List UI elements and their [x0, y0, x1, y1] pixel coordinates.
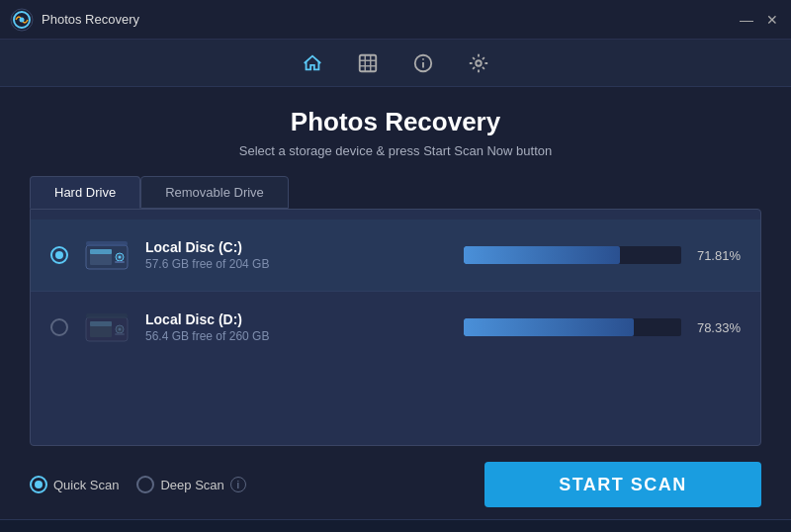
title-bar: Photos Recovery — ✕: [0, 0, 791, 40]
radio-quick-scan[interactable]: [30, 476, 47, 493]
drive-info-c: Local Disc (C:) 57.6 GB free of 204 GB: [145, 239, 444, 271]
usage-percent-c: 71.81%: [691, 248, 741, 263]
progress-bg-c: [464, 246, 681, 264]
info-icon[interactable]: [409, 49, 437, 77]
svg-rect-24: [115, 333, 125, 335]
drive-tabs: Hard Drive Removable Drive: [30, 176, 761, 209]
radio-c[interactable]: [50, 246, 68, 264]
hdd-icon-d: [82, 308, 132, 347]
drive-size-d: 56.4 GB free of 260 GB: [145, 329, 444, 343]
settings-icon[interactable]: [465, 49, 492, 77]
drive-size-c: 57.6 GB free of 204 GB: [145, 257, 444, 271]
svg-rect-18: [86, 241, 128, 246]
drive-item-d[interactable]: Local Disc (D:) 56.4 GB free of 260 GB 7…: [31, 292, 760, 363]
drive-usage-d: 78.33%: [464, 318, 741, 336]
quick-scan-label: Quick Scan: [53, 478, 119, 492]
app-logo-icon: [10, 8, 34, 32]
minimize-button[interactable]: —: [738, 11, 755, 29]
hdd-icon-c: [82, 235, 132, 275]
page-title: Photos Recovery: [30, 107, 761, 137]
drive-item-c[interactable]: Local Disc (C:) 57.6 GB free of 204 GB 7…: [31, 220, 760, 292]
bottom-section: Quick Scan Deep Scan i START SCAN: [30, 446, 761, 519]
page-subtitle: Select a storage device & press Start Sc…: [30, 143, 761, 158]
close-button[interactable]: ✕: [763, 11, 781, 29]
title-bar-label: Photos Recovery: [42, 12, 738, 27]
window-controls: — ✕: [738, 11, 781, 29]
scan-icon[interactable]: [354, 49, 382, 77]
drive-usage-c: 71.81%: [464, 246, 741, 264]
drive-list: Local Disc (C:) 57.6 GB free of 204 GB 7…: [30, 209, 761, 446]
svg-point-23: [119, 328, 122, 331]
svg-rect-17: [115, 261, 125, 263]
toolbar: [0, 40, 791, 87]
radio-d[interactable]: [50, 318, 68, 336]
progress-fill-c: [464, 246, 620, 264]
scan-option-deep[interactable]: Deep Scan i: [136, 476, 245, 493]
home-icon[interactable]: [299, 49, 326, 77]
footer: Retrieve deleted or lost photos in minut…: [0, 519, 791, 532]
drive-name-c: Local Disc (C:): [145, 239, 444, 255]
usage-percent-d: 78.33%: [691, 320, 741, 335]
progress-fill-d: [464, 318, 634, 336]
tab-hard-drive[interactable]: Hard Drive: [30, 176, 140, 209]
svg-point-10: [422, 57, 424, 59]
svg-rect-3: [360, 54, 377, 71]
progress-bg-d: [464, 318, 681, 336]
svg-rect-21: [90, 321, 112, 326]
drive-info-d: Local Disc (D:) 56.4 GB free of 260 GB: [145, 311, 444, 343]
svg-point-2: [20, 17, 25, 22]
scan-option-quick[interactable]: Quick Scan: [30, 476, 119, 493]
svg-point-11: [476, 60, 482, 66]
start-scan-button[interactable]: START SCAN: [484, 462, 761, 507]
drive-name-d: Local Disc (D:): [145, 311, 444, 327]
deep-scan-label: Deep Scan: [160, 478, 223, 492]
scan-options: Quick Scan Deep Scan i: [30, 476, 246, 493]
svg-rect-25: [86, 313, 128, 318]
deep-scan-info-icon[interactable]: i: [230, 477, 246, 492]
main-content: Photos Recovery Select a storage device …: [0, 87, 791, 519]
svg-rect-14: [90, 249, 112, 254]
radio-deep-scan[interactable]: [136, 476, 154, 493]
svg-point-16: [119, 256, 122, 259]
tab-removable-drive[interactable]: Removable Drive: [140, 176, 289, 209]
